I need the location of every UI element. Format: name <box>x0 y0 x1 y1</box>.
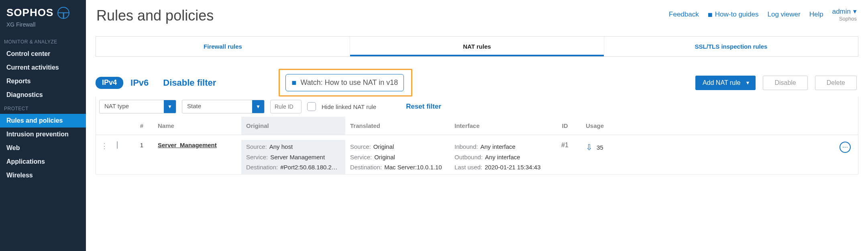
table-wrap: NAT type ▼ State ▼ Hide linked NAT rule … <box>96 97 858 175</box>
delete-button[interactable]: Delete <box>815 76 857 90</box>
nav-item-wireless[interactable]: Wireless <box>0 169 86 182</box>
drag-handle-icon[interactable]: ⋮ <box>101 142 108 150</box>
row-number: 1 <box>130 140 153 150</box>
action-buttons: Add NAT rule ▼ Disable Delete <box>695 76 858 90</box>
table-row: ⋮ 1 Server_Management Source:Any host Se… <box>96 135 858 175</box>
filter-row: IPv4 IPv6 Disable filter ■ Watch: How to… <box>96 69 858 97</box>
tab-nat-rules[interactable]: NAT rules <box>350 37 604 56</box>
nat-type-select[interactable]: NAT type ▼ <box>99 100 176 113</box>
row-checkbox[interactable] <box>117 141 118 149</box>
tab-firewall-rules[interactable]: Firewall rules <box>96 37 350 56</box>
admin-org: Sophos <box>839 16 857 22</box>
tab-ssl-inspection[interactable]: SSL/TLS inspection rules <box>604 37 858 56</box>
ip-version-toggle: IPv4 IPv6 <box>96 77 149 89</box>
feedback-link[interactable]: Feedback <box>669 10 699 19</box>
usage-cell: ⇩ 35 ⋯ <box>581 140 858 154</box>
brand-subtitle: XG Firewall <box>0 21 86 35</box>
chevron-down-icon: ▼ <box>746 80 750 86</box>
state-select[interactable]: State ▼ <box>182 100 265 113</box>
log-viewer-link[interactable]: Log viewer <box>768 10 801 19</box>
watch-highlight-box: ■ Watch: How to use NAT in v18 <box>279 69 412 97</box>
translated-cell: Source:Original Service:Original Destina… <box>345 140 450 174</box>
rule-name-link[interactable]: Server_Management <box>158 142 217 148</box>
howto-guides-link[interactable]: ■ How-to guides <box>708 10 759 19</box>
main: Rules and policies Feedback ■ How-to gui… <box>86 0 868 251</box>
nav-item-current-activities[interactable]: Current activities <box>0 61 86 74</box>
rule-id-badge: #1 <box>561 142 568 148</box>
disable-filter-link[interactable]: Disable filter <box>163 78 216 88</box>
nav-item-control-center[interactable]: Control center <box>0 47 86 61</box>
reset-filter-link[interactable]: Reset filter <box>406 103 441 111</box>
howto-guides-label: How-to guides <box>715 10 759 19</box>
chevron-down-icon: ▼ <box>252 100 264 113</box>
nav-item-reports[interactable]: Reports <box>0 74 86 88</box>
add-nat-label: Add NAT rule <box>703 79 741 86</box>
add-nat-rule-button[interactable]: Add NAT rule ▼ <box>695 76 756 90</box>
col-translated: Translated <box>345 117 450 135</box>
rule-id-input[interactable] <box>270 100 302 113</box>
ipv6-toggle[interactable]: IPv6 <box>130 78 149 88</box>
more-actions-button[interactable]: ⋯ <box>839 142 851 153</box>
tab-row: Firewall rules NAT rules SSL/TLS inspect… <box>96 36 858 57</box>
topbar: Rules and policies Feedback ■ How-to gui… <box>86 0 868 24</box>
col-name: Name <box>153 117 241 135</box>
ipv4-pill[interactable]: IPv4 <box>96 77 123 89</box>
help-link[interactable]: Help <box>809 10 823 19</box>
col-interface: Interface <box>450 117 549 135</box>
usage-count: 35 <box>597 144 603 151</box>
nav-item-applications[interactable]: Applications <box>0 155 86 169</box>
nav-section-protect-title: PROTECT <box>0 102 86 114</box>
nat-type-value: NAT type <box>100 100 164 113</box>
nav-item-intrusion-prevention[interactable]: Intrusion prevention <box>0 128 86 141</box>
camera-icon: ■ <box>708 10 713 19</box>
top-links: Feedback ■ How-to guides Log viewer Help… <box>669 7 857 22</box>
hide-linked-label: Hide linked NAT rule <box>322 103 376 110</box>
col-drag <box>96 117 112 135</box>
brand-name: SOPHOS <box>6 6 53 19</box>
nav-item-rules-policies[interactable]: Rules and policies <box>0 114 86 128</box>
sidebar: SOPHOS XG Firewall MONITOR & ANALYZE Con… <box>0 0 86 251</box>
chevron-down-icon: ▾ <box>853 7 857 16</box>
brand: SOPHOS <box>0 2 86 21</box>
table-header: # Name Original Translated Interface ID … <box>96 117 858 135</box>
download-icon[interactable]: ⇩ <box>586 142 593 152</box>
col-num: # <box>130 117 153 135</box>
camera-icon: ■ <box>291 78 296 87</box>
nav-item-diagnostics[interactable]: Diagnostics <box>0 88 86 102</box>
page-title: Rules and policies <box>96 7 669 24</box>
col-usage: Usage <box>581 117 858 135</box>
watch-how-to-button[interactable]: ■ Watch: How to use NAT in v18 <box>285 74 404 91</box>
state-value: State <box>182 100 252 113</box>
col-original: Original <box>241 117 345 135</box>
disable-button[interactable]: Disable <box>763 76 807 90</box>
interface-cell: Inbound:Any interface Outbound:Any inter… <box>450 140 549 174</box>
filter-controls: NAT type ▼ State ▼ Hide linked NAT rule … <box>96 97 858 117</box>
admin-menu[interactable]: admin ▾ Sophos <box>832 7 857 22</box>
watch-label: Watch: How to use NAT in v18 <box>300 78 398 87</box>
nav-item-web[interactable]: Web <box>0 141 86 155</box>
hide-linked-checkbox[interactable] <box>307 102 316 111</box>
admin-label: admin <box>832 8 851 16</box>
original-cell: Source:Any host Service:Server Managemen… <box>241 140 345 174</box>
nav-section-monitor-title: MONITOR & ANALYZE <box>0 35 86 47</box>
col-id: ID <box>549 117 581 135</box>
chevron-down-icon: ▼ <box>164 100 176 113</box>
brand-logo-icon <box>57 7 69 19</box>
col-checkbox <box>112 117 130 135</box>
